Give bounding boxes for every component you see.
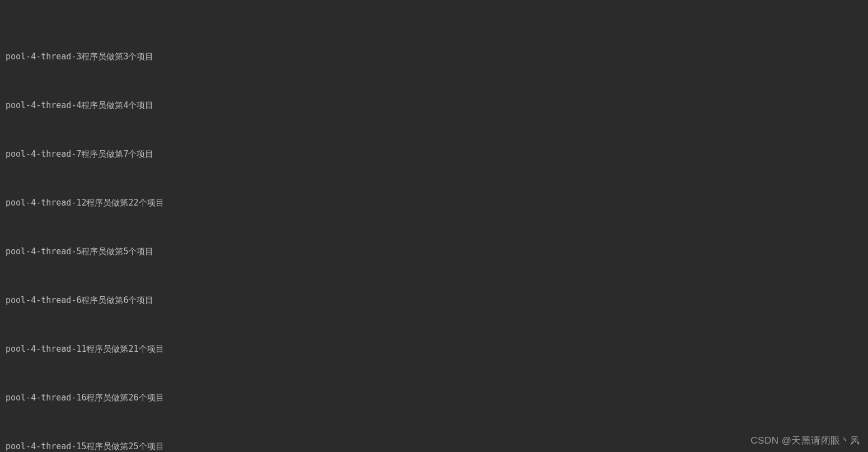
console-line: pool-4-thread-15程序员做第25个项目 [6, 439, 868, 452]
console-output[interactable]: pool-4-thread-3程序员做第3个项目 pool-4-thread-4… [0, 0, 868, 452]
console-line: pool-4-thread-6程序员做第6个项目 [6, 292, 868, 309]
console-line: pool-4-thread-16程序员做第26个项目 [6, 390, 868, 406]
console-line: pool-4-thread-3程序员做第3个项目 [6, 49, 868, 65]
console-line: pool-4-thread-7程序员做第7个项目 [6, 146, 868, 162]
console-line: pool-4-thread-5程序员做第5个项目 [6, 244, 868, 260]
console-line: pool-4-thread-12程序员做第22个项目 [6, 195, 868, 211]
console-line: pool-4-thread-4程序员做第4个项目 [6, 97, 868, 114]
watermark: CSDN @天黑请闭眼丶风 [750, 432, 860, 449]
console-line: pool-4-thread-11程序员做第21个项目 [6, 341, 868, 357]
